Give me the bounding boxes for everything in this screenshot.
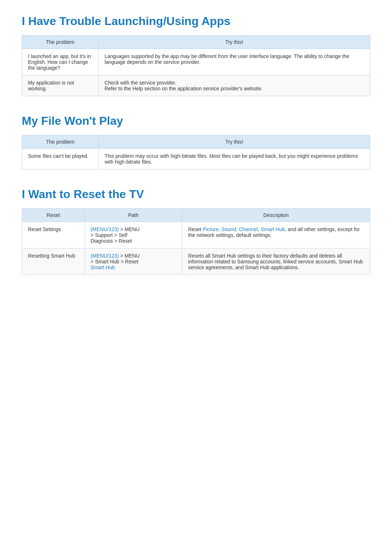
file-section: My File Won't Play The problem Try this!…: [22, 114, 370, 169]
reset-row2-path: (MENU/123) > MENU > Smart Hub > Reset Sm…: [85, 249, 182, 275]
table-row: Some files can't be played. This problem…: [22, 149, 370, 169]
reset-col3-header: Description: [182, 209, 370, 222]
apps-col1-header: The problem: [22, 36, 99, 49]
file-table-header-row: The problem Try this!: [22, 135, 370, 149]
file-col1-header: The problem: [22, 135, 99, 149]
table-row: I launched an app, but it's in English. …: [22, 49, 370, 75]
reset-row2-name: Resetting Smart Hub: [22, 249, 85, 275]
apps-row1-solution: Languages supported by the app may be di…: [98, 49, 370, 75]
table-row: My application is not working. Check wit…: [22, 75, 370, 96]
table-row: Resetting Smart Hub (MENU/123) > MENU > …: [22, 249, 370, 275]
table-row: Reset Settings (MENU/123) > MENU > Suppo…: [22, 222, 370, 249]
apps-table: The problem Try this! I launched an app,…: [22, 35, 370, 96]
reset-row2-path-prefix: (MENU/123): [91, 253, 119, 259]
apps-row2-problem: My application is not working.: [22, 75, 99, 96]
file-section-title: My File Won't Play: [22, 114, 370, 128]
file-col2-header: Try this!: [98, 135, 370, 149]
reset-row1-path: (MENU/123) > MENU > Support > Self Diagn…: [85, 222, 182, 249]
reset-section-title: I Want to Reset the TV: [22, 188, 370, 201]
reset-col1-header: Reset: [22, 209, 85, 222]
reset-col2-header: Path: [85, 209, 182, 222]
reset-row1-path-prefix: (MENU/123): [91, 226, 119, 232]
apps-col2-header: Try this!: [98, 36, 370, 49]
apps-row1-problem: I launched an app, but it's in English. …: [22, 49, 99, 75]
reset-table-header-row: Reset Path Description: [22, 209, 370, 222]
reset-section: I Want to Reset the TV Reset Path Descri…: [22, 188, 370, 275]
file-table: The problem Try this! Some files can't b…: [22, 135, 370, 169]
apps-table-header-row: The problem Try this!: [22, 36, 370, 49]
reset-row1-highlights: Picture, Sound, Channel, Smart Hub,: [203, 226, 286, 232]
reset-row2-description: Resets all Smart Hub settings to their f…: [182, 249, 370, 275]
reset-row1-description: Reset Picture, Sound, Channel, Smart Hub…: [182, 222, 370, 249]
reset-row2-path-highlight: Smart Hub: [91, 264, 115, 270]
reset-row1-name: Reset Settings: [22, 222, 85, 249]
apps-section: I Have Trouble Launching/Using Apps The …: [22, 15, 370, 96]
apps-section-title: I Have Trouble Launching/Using Apps: [22, 15, 370, 28]
file-row1-solution: This problem may occur with high-bitrate…: [98, 149, 370, 169]
apps-row2-solution: Check with the service provider. Refer t…: [98, 75, 370, 96]
file-row1-problem: Some files can't be played.: [22, 149, 99, 169]
reset-table: Reset Path Description Reset Settings (M…: [22, 208, 370, 275]
